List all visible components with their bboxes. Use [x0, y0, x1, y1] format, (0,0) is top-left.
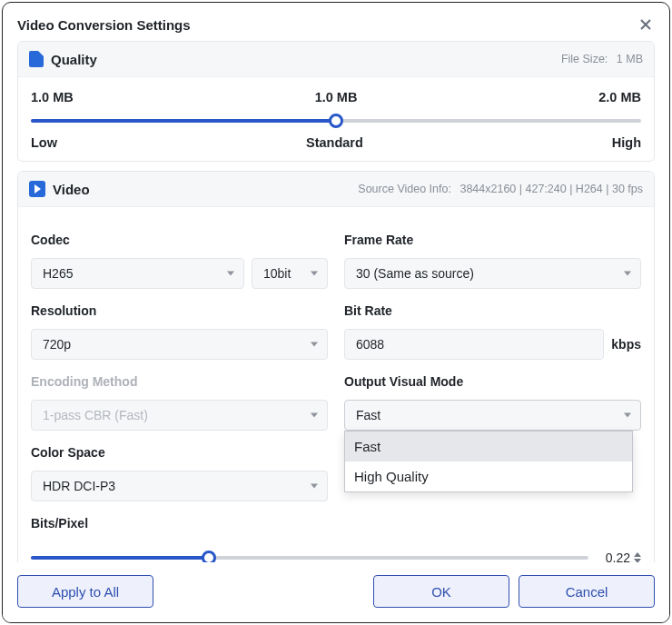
chevron-down-icon — [311, 342, 318, 347]
quality-size-row: 1.0 MB 1.0 MB 2.0 MB — [31, 90, 641, 104]
chevron-down-icon — [624, 413, 631, 418]
scroll-area[interactable]: Quality File Size: 1 MB 1.0 MB 1.0 MB 2.… — [17, 41, 664, 562]
apply-to-all-button[interactable]: Apply to All — [17, 575, 153, 608]
bitrate-input[interactable]: 6088 — [344, 329, 604, 360]
quality-title: Quality — [51, 52, 97, 67]
quality-slider[interactable] — [31, 112, 641, 130]
titlebar: Video Conversion Settings — [3, 3, 669, 41]
source-info-value: 3844x2160 | 427:240 | H264 | 30 fps — [460, 183, 643, 195]
close-button[interactable] — [637, 15, 655, 34]
dialog-content: Quality File Size: 1 MB 1.0 MB 1.0 MB 2.… — [3, 41, 669, 562]
colorspace-label: Color Space — [31, 445, 328, 460]
file-size-label: File Size: — [561, 53, 608, 65]
slider-fill — [31, 556, 209, 560]
video-title: Video — [53, 182, 90, 197]
slider-thumb[interactable] — [202, 551, 216, 562]
cancel-button[interactable]: Cancel — [519, 575, 655, 608]
video-header: Video Source Video Info: 3844x2160 | 427… — [18, 172, 654, 207]
size-mid: 1.0 MB — [315, 90, 358, 104]
size-min: 1.0 MB — [31, 90, 74, 104]
stepper-down-icon[interactable] — [634, 559, 641, 562]
framerate-select[interactable]: 30 (Same as source) — [344, 258, 641, 289]
framerate-label: Frame Rate — [344, 233, 641, 247]
colorspace-value: HDR DCI-P3 — [43, 479, 115, 493]
slider-thumb[interactable] — [329, 114, 343, 128]
chevron-down-icon — [311, 413, 318, 418]
chevron-down-icon — [624, 272, 631, 276]
bitrate-unit: kbps — [611, 337, 641, 352]
bitspixel-slider[interactable] — [31, 549, 588, 562]
settings-dialog: Video Conversion Settings Quality File S… — [2, 2, 670, 623]
bitdepth-select[interactable]: 10bit — [252, 258, 328, 289]
size-max: 2.0 MB — [598, 90, 641, 104]
video-panel: Video Source Video Info: 3844x2160 | 427… — [17, 171, 655, 562]
document-icon — [29, 51, 44, 67]
source-info: Source Video Info: 3844x2160 | 427:240 |… — [358, 183, 643, 195]
framerate-value: 30 (Same as source) — [356, 266, 474, 281]
quality-label-row: Low Standard High — [31, 135, 641, 150]
ovm-option-fast[interactable]: Fast — [345, 432, 632, 461]
ovm-value: Fast — [356, 408, 380, 422]
chevron-down-icon — [311, 484, 318, 489]
resolution-value: 720p — [43, 337, 71, 352]
bitspixel-label: Bits/Pixel — [31, 516, 641, 531]
chevron-down-icon — [311, 272, 318, 276]
dialog-title: Video Conversion Settings — [17, 17, 191, 33]
quality-panel: Quality File Size: 1 MB 1.0 MB 1.0 MB 2.… — [17, 41, 655, 162]
slider-fill — [31, 119, 336, 123]
chevron-down-icon — [227, 272, 234, 276]
label-low: Low — [31, 135, 57, 150]
codec-value: H265 — [43, 266, 73, 281]
play-icon — [29, 181, 45, 197]
dialog-footer: Apply to All OK Cancel — [3, 562, 669, 622]
label-high: High — [612, 135, 641, 150]
source-info-label: Source Video Info: — [358, 183, 451, 195]
quality-header: Quality File Size: 1 MB — [18, 42, 654, 77]
ok-button[interactable]: OK — [373, 575, 509, 608]
ovm-option-high-quality[interactable]: High Quality — [345, 461, 632, 491]
resolution-label: Resolution — [31, 303, 328, 318]
bitrate-value: 6088 — [356, 337, 384, 352]
ovm-dropdown: Fast High Quality — [344, 431, 633, 492]
codec-select[interactable]: H265 — [31, 258, 244, 289]
bitspixel-value: 0.22 — [599, 551, 630, 562]
output-visual-mode-select[interactable]: Fast — [344, 400, 641, 431]
ovm-label: Output Visual Mode — [344, 374, 641, 389]
resolution-select[interactable]: 720p — [31, 329, 328, 360]
bitdepth-value: 10bit — [263, 266, 291, 281]
encoding-value: 1-pass CBR (Fast) — [43, 408, 148, 422]
codec-label: Codec — [31, 233, 328, 247]
bitspixel-stepper[interactable]: 0.22 — [599, 545, 641, 562]
label-standard: Standard — [306, 135, 363, 150]
colorspace-select[interactable]: HDR DCI-P3 — [31, 471, 328, 501]
bitrate-label: Bit Rate — [344, 303, 641, 318]
stepper-up-icon[interactable] — [634, 552, 641, 557]
encoding-label: Encoding Method — [31, 374, 328, 389]
close-icon — [639, 18, 652, 31]
file-size-meta: File Size: 1 MB — [561, 53, 643, 65]
encoding-select: 1-pass CBR (Fast) — [31, 400, 328, 431]
file-size-value: 1 MB — [617, 53, 643, 65]
